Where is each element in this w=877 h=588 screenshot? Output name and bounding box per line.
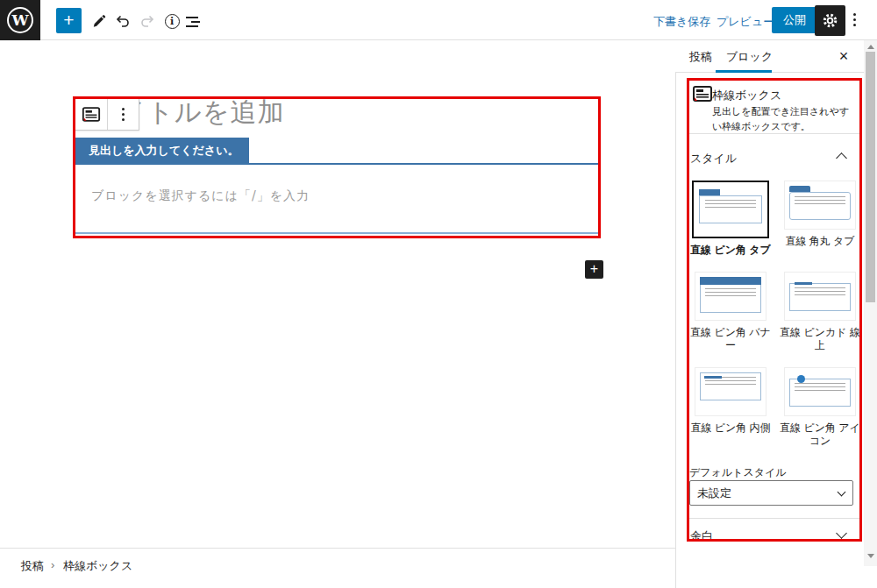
default-style-label: デフォルトスタイル: [689, 465, 787, 480]
pencil-icon: [90, 13, 107, 30]
block-options-button[interactable]: [107, 98, 139, 130]
style-thumbnail: [692, 181, 769, 238]
divider: [688, 518, 860, 519]
preview-button[interactable]: プレビュー: [717, 14, 774, 30]
border-box-block-icon: [82, 106, 101, 123]
styles-grid: 直線 ピン角 タブ 直線 角丸 タブ 直線 ピン角 バナー 直線 ピンカド 線上…: [689, 181, 861, 449]
default-style-select[interactable]: 未設定: [689, 480, 853, 506]
block-card-icon: [692, 85, 713, 106]
styles-section-title: スタイル: [690, 151, 737, 166]
spacing-section-title: 余白: [690, 528, 713, 544]
style-option-banner[interactable]: 直線 ピン角 バナー: [689, 272, 772, 353]
breadcrumb-current: 枠線ボックス: [63, 558, 132, 574]
top-toolbar: W + i 下書き保存 プレビュー 公開: [0, 0, 877, 40]
info-icon: i: [165, 14, 180, 29]
wordpress-icon: W: [7, 7, 33, 33]
block-card-description: 見出しを配置でき注目されやすい枠線ボックスです。: [712, 104, 856, 134]
border-box-heading-input[interactable]: 見出しを入力してください。: [75, 138, 249, 164]
default-style-value: 未設定: [697, 486, 731, 499]
style-option-tab[interactable]: 直線 ピン角 タブ: [689, 181, 772, 258]
style-thumbnail: [784, 272, 856, 321]
style-thumbnail: [695, 367, 766, 416]
scroll-up-arrow[interactable]: [867, 45, 874, 49]
block-body-placeholder[interactable]: ブロックを選択するには「/」を入力: [91, 188, 310, 204]
edit-tool-button[interactable]: [88, 11, 109, 32]
kebab-icon: [122, 108, 125, 121]
breadcrumb-post[interactable]: 投稿: [21, 558, 44, 574]
select-chevron-icon: [838, 488, 846, 497]
block-card-title: 枠線ボックス: [712, 88, 781, 103]
border-box-bottom-border: [75, 232, 598, 234]
block-type-button[interactable]: [75, 98, 107, 130]
block-inserter-button[interactable]: +: [56, 8, 82, 33]
wordpress-logo[interactable]: W: [0, 0, 40, 40]
style-option-on-line[interactable]: 直線 ピンカド 線上: [779, 272, 861, 353]
style-option-inner[interactable]: 直線 ピン角 内側: [689, 367, 772, 449]
settings-toggle-button[interactable]: [815, 5, 845, 36]
redo-button[interactable]: [137, 11, 158, 32]
border-box-block-icon: [692, 85, 713, 103]
close-sidebar-button[interactable]: ×: [833, 46, 854, 67]
save-draft-button[interactable]: 下書き保存: [653, 14, 710, 30]
block-toolbar: [75, 97, 139, 131]
style-thumbnail: [784, 181, 856, 230]
details-button[interactable]: i: [161, 11, 182, 32]
scrollbar-thumb[interactable]: [866, 52, 875, 302]
tab-block[interactable]: ブロック: [726, 49, 773, 65]
scroll-down-arrow[interactable]: [867, 554, 874, 558]
undo-button[interactable]: [112, 11, 133, 32]
divider: [688, 133, 860, 134]
style-option-rounded-tab[interactable]: 直線 角丸 タブ: [779, 181, 861, 258]
publish-button[interactable]: 公開: [772, 7, 817, 33]
list-view-button[interactable]: [186, 11, 207, 32]
more-options-button[interactable]: [853, 13, 856, 26]
breadcrumb-bar: 投稿 › 枠線ボックス: [0, 548, 675, 588]
undo-icon: [114, 12, 132, 30]
style-thumbnail: [784, 367, 856, 416]
tab-post[interactable]: 投稿: [689, 49, 712, 65]
style-thumbnail: [695, 272, 766, 321]
style-option-icon[interactable]: 直線 ピン角 アイコン: [779, 367, 861, 449]
gear-icon: [822, 12, 838, 29]
border-box-top-border: [75, 163, 598, 165]
block-appender-button[interactable]: +: [585, 260, 603, 279]
active-tab-indicator: [716, 70, 772, 73]
redo-icon: [139, 12, 156, 30]
breadcrumb-separator: ›: [51, 558, 54, 571]
